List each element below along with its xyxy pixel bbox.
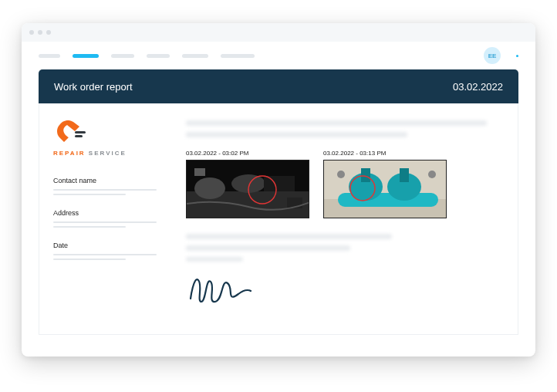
field-value-placeholder xyxy=(53,221,157,223)
content-area: Work order report 03.02.2022 REPAIR SERV… xyxy=(22,69,535,357)
field-label: Date xyxy=(53,242,157,249)
wrench-icon xyxy=(53,120,87,147)
photo-block: 03.02.2022 - 03:13 PM xyxy=(323,150,447,218)
svg-rect-16 xyxy=(400,168,409,182)
logo-text: REPAIR SERVICE xyxy=(53,150,127,157)
engine-photo[interactable] xyxy=(186,160,309,218)
photo-row: 03.02.2022 - 03:02 PM xyxy=(186,150,502,218)
body-text-placeholder xyxy=(186,245,350,251)
report-date: 03.02.2022 xyxy=(453,81,503,93)
svg-point-4 xyxy=(194,177,225,199)
window-control-dot xyxy=(38,30,42,35)
report-main: 03.02.2022 - 03:02 PM xyxy=(170,103,518,334)
svg-rect-15 xyxy=(361,168,370,182)
body-text-placeholder xyxy=(186,132,407,137)
report-title: Work order report xyxy=(54,81,133,93)
body-text-placeholder xyxy=(186,234,392,239)
svg-point-19 xyxy=(428,171,436,178)
signature-icon xyxy=(186,271,255,308)
field-contact-name: Contact name xyxy=(53,177,157,195)
field-label: Address xyxy=(53,209,157,217)
top-nav: EE xyxy=(22,42,535,69)
nav-item-active[interactable] xyxy=(73,54,99,58)
report-body: REPAIR SERVICE Contact name Address Date xyxy=(39,103,518,335)
nav-item[interactable] xyxy=(147,54,170,58)
field-value-placeholder xyxy=(53,189,157,191)
signature xyxy=(186,271,502,311)
company-logo: REPAIR SERVICE xyxy=(53,120,157,157)
svg-rect-0 xyxy=(75,131,86,133)
field-value-placeholder xyxy=(53,259,126,260)
field-label: Contact name xyxy=(53,177,157,184)
nav-item[interactable] xyxy=(182,54,208,58)
user-avatar[interactable]: EE xyxy=(484,47,501,64)
body-text-placeholder xyxy=(186,120,487,126)
photo-timestamp: 03.02.2022 - 03:02 PM xyxy=(186,150,309,157)
field-address: Address xyxy=(53,209,157,228)
nav-item[interactable] xyxy=(221,54,255,58)
window-titlebar xyxy=(22,23,535,42)
svg-point-18 xyxy=(337,171,345,178)
photo-block: 03.02.2022 - 03:02 PM xyxy=(186,150,309,218)
signature-name-placeholder xyxy=(186,257,243,262)
svg-rect-6 xyxy=(264,176,295,191)
svg-rect-8 xyxy=(194,168,205,176)
notification-dot xyxy=(516,55,518,57)
photo-timestamp: 03.02.2022 - 03:13 PM xyxy=(323,150,447,157)
avatar-initials: EE xyxy=(488,52,497,59)
field-value-placeholder xyxy=(53,226,126,228)
field-value-placeholder xyxy=(53,254,157,255)
nav-item[interactable] xyxy=(39,54,60,58)
pump-photo[interactable] xyxy=(323,160,447,218)
report-sidebar: REPAIR SERVICE Contact name Address Date xyxy=(39,103,170,334)
window-control-dot xyxy=(46,30,51,35)
svg-rect-1 xyxy=(75,135,83,137)
window-control-dot xyxy=(29,30,34,35)
app-window: EE Work order report 03.02.2022 REPAIR S… xyxy=(22,23,535,357)
field-date: Date xyxy=(53,242,157,260)
report-header: Work order report 03.02.2022 xyxy=(39,69,518,103)
field-value-placeholder xyxy=(53,194,126,195)
nav-item[interactable] xyxy=(111,54,134,58)
